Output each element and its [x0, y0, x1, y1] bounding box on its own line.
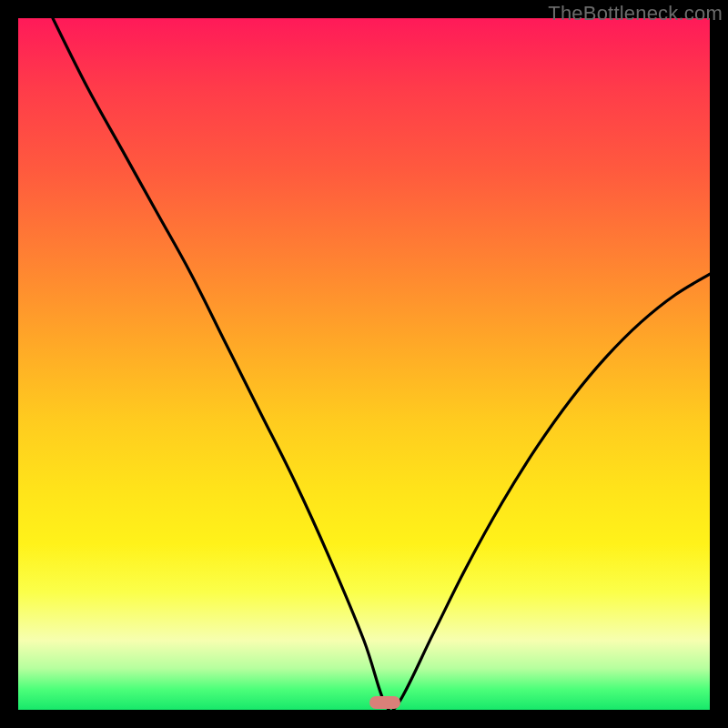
chart-frame: TheBottleneck.com: [0, 0, 728, 728]
minimum-marker: [369, 696, 400, 709]
curve-path: [53, 18, 710, 712]
watermark-text: TheBottleneck.com: [548, 2, 723, 25]
bottleneck-curve: [18, 18, 710, 710]
plot-area: [18, 18, 710, 710]
